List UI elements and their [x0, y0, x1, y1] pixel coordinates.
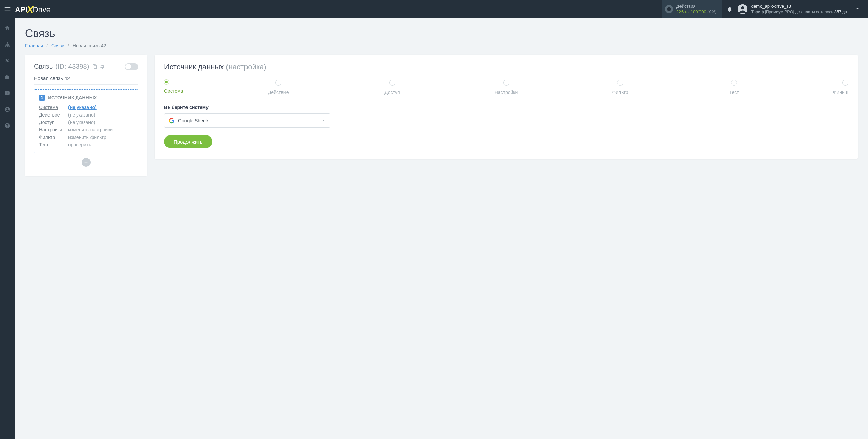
wizard-step[interactable]: Доступ [392, 80, 392, 95]
system-select[interactable]: Google Sheets [164, 113, 330, 128]
src-row-key: Фильтр [39, 134, 68, 140]
hamburger-menu[interactable] [0, 5, 15, 13]
system-field-label: Выберите систему [164, 105, 848, 110]
src-row-key: Действие [39, 112, 68, 118]
src-row-key: Настройки [39, 127, 68, 132]
svg-rect-3 [5, 46, 6, 47]
crumb-links[interactable]: Связи [51, 43, 64, 48]
hamburger-icon [4, 5, 11, 13]
wizard-title: Источник данных (настройка) [164, 63, 848, 71]
actions-counter[interactable]: Действия: 226 из 100'000 (0%) [662, 0, 722, 18]
step-label: Тест [729, 90, 739, 95]
enable-toggle[interactable] [125, 63, 138, 70]
source-box: 1 ИСТОЧНИК ДАННЫХ Система(не указано)Дей… [34, 89, 138, 153]
src-row-value[interactable]: (не указано) [68, 105, 133, 110]
continue-button[interactable]: Продолжить [164, 135, 212, 148]
connection-title: Связь [34, 63, 53, 70]
rail-connections[interactable] [0, 39, 15, 49]
step-dot [503, 80, 509, 86]
svg-rect-2 [7, 42, 8, 43]
question-icon [4, 123, 11, 129]
chevron-down-icon [321, 118, 326, 124]
rail-billing[interactable] [0, 56, 15, 66]
step-dot [842, 80, 848, 86]
src-row-value: изменить настройки [68, 127, 133, 132]
wizard-card: Источник данных (настройка) СистемаДейст… [155, 55, 858, 159]
step-dot [617, 80, 623, 86]
svg-rect-4 [7, 46, 8, 47]
youtube-icon [4, 90, 11, 96]
connection-name: Новая связь 42 [34, 75, 138, 85]
crumb-current: Новая связь 42 [73, 43, 106, 48]
src-row-value: (не указано) [68, 112, 133, 118]
sitemap-icon [4, 41, 11, 47]
topbar: APIXDrive Действия: 226 из 100'000 (0%) … [0, 0, 868, 18]
rail-profile[interactable] [0, 104, 15, 114]
user-icon [738, 4, 747, 14]
src-row-value: изменить фильтр [68, 134, 133, 140]
step-label: Финиш [833, 90, 848, 95]
step-label: Действие [268, 90, 289, 95]
wizard-step[interactable]: Фильтр [620, 80, 620, 95]
crumb-home[interactable]: Главная [25, 43, 43, 48]
briefcase-icon [4, 74, 11, 80]
copy-icon[interactable] [92, 64, 97, 69]
logo[interactable]: APIXDrive [15, 4, 51, 15]
svg-point-1 [741, 6, 744, 9]
step-dot [275, 80, 281, 86]
bell-icon [727, 6, 733, 12]
chevron-down-icon [855, 6, 860, 12]
step-label: Система [164, 88, 183, 94]
source-badge: 1 [39, 95, 45, 101]
rail-briefcase[interactable] [0, 72, 15, 82]
user-menu[interactable]: demo_apix-drive_s3 Тариф |Премиум PRO| д… [738, 4, 868, 14]
step-dot [731, 80, 737, 86]
gear-icon[interactable] [99, 64, 105, 69]
actions-value: 226 из 100'000 (0%) [676, 9, 717, 15]
src-row-value: (не указано) [68, 120, 133, 125]
user-name: demo_apix-drive_s3 [751, 4, 847, 9]
user-plan: Тариф |Премиум PRO| до оплаты осталось 3… [751, 9, 847, 15]
connection-id: (ID: 43398) [55, 63, 89, 70]
step-label: Доступ [384, 90, 400, 95]
step-label: Фильтр [612, 90, 628, 95]
google-icon [169, 118, 175, 124]
wizard-step[interactable]: Тест [734, 80, 734, 95]
connection-card: Связь (ID: 43398) Новая связь 42 1 ИСТОЧ… [25, 55, 147, 176]
notifications-button[interactable] [722, 6, 738, 12]
step-dot [164, 80, 169, 84]
avatar [738, 4, 747, 14]
source-caption: ИСТОЧНИК ДАННЫХ [48, 95, 97, 100]
src-row-key: Доступ [39, 120, 68, 125]
wizard-step[interactable]: Система [164, 80, 164, 94]
breadcrumb: Главная / Связи / Новая связь 42 [25, 43, 858, 48]
page-title: Связь [25, 27, 858, 40]
wizard-step[interactable]: Финиш [848, 80, 848, 95]
src-row-key[interactable]: Система [39, 105, 68, 110]
actions-label: Действия: [676, 4, 717, 9]
wizard-step[interactable]: Действие [278, 80, 278, 95]
add-destination-button[interactable]: + [82, 158, 91, 167]
rail-home[interactable] [0, 23, 15, 33]
left-rail [0, 18, 15, 185]
rail-video[interactable] [0, 88, 15, 98]
wizard-step[interactable]: Настройки [506, 80, 506, 95]
info-icon [665, 5, 673, 13]
system-select-value: Google Sheets [178, 118, 210, 123]
svg-rect-5 [9, 46, 10, 47]
rail-help[interactable] [0, 121, 15, 131]
page: Связь Главная / Связи / Новая связь 42 С… [15, 18, 868, 185]
user-circle-icon [4, 106, 11, 112]
wizard-steps: СистемаДействиеДоступНастройкиФильтрТест… [164, 80, 848, 95]
src-row-value: проверить [68, 142, 133, 147]
dollar-icon [4, 58, 11, 64]
step-label: Настройки [495, 90, 518, 95]
step-dot [389, 80, 395, 86]
src-row-key: Тест [39, 142, 68, 147]
home-icon [4, 25, 11, 31]
